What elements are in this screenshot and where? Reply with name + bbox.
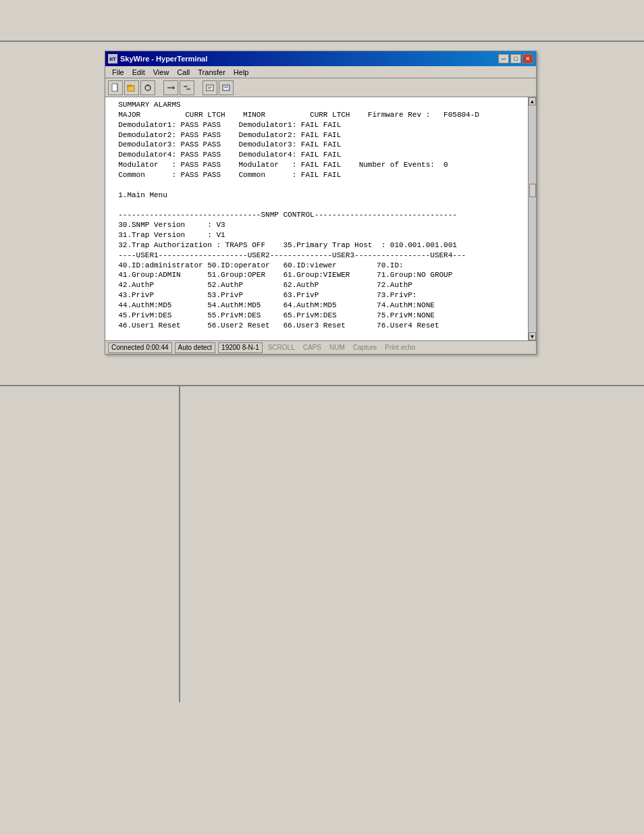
toolbar-separator-1 [158,81,161,95]
connected-status: Connected 0:00:44 [108,342,172,353]
maximize-button[interactable]: □ [510,54,521,63]
minimize-button[interactable]: ─ [498,54,509,63]
scroll-up-button[interactable]: ▲ [529,97,536,105]
scroll-thumb[interactable] [529,184,536,197]
toolbar-separator-2 [197,81,200,95]
menu-help[interactable]: Help [230,66,253,78]
close-button[interactable]: ✕ [522,54,533,63]
terminal-area: SUMMARY ALARMS MAJOR CURR LTCH MINOR CUR… [105,97,528,340]
properties-button[interactable] [140,80,155,95]
svg-marker-6 [173,86,175,90]
menu-bar: File Edit View Call Transfer Help [105,66,536,78]
baud-status: 19200 8-N-1 [218,342,263,353]
title-bar-left: HT SkyWire - HyperTerminal [108,54,207,63]
bottom-divider [0,385,644,386]
scroll-indicator: SCROLL [265,342,298,353]
menu-transfer[interactable]: Transfer [194,66,230,78]
open-button[interactable] [124,80,139,95]
caps-indicator: CAPS [300,342,324,353]
toolbar [105,78,536,97]
detect-status: Auto detect [175,342,216,353]
menu-view[interactable]: View [149,66,173,78]
window-title: SkyWire - HyperTerminal [120,55,207,63]
svg-rect-10 [207,85,213,90]
capture-status: Capture [350,342,380,353]
title-bar: HT SkyWire - HyperTerminal ─ □ ✕ [105,51,536,66]
disconnect-button[interactable] [180,80,194,95]
connect-button[interactable] [163,80,178,95]
svg-rect-13 [223,85,230,90]
hyperterminal-window: HT SkyWire - HyperTerminal ─ □ ✕ File Ed… [105,51,537,355]
top-divider [0,41,644,42]
vertical-divider [179,385,180,702]
menu-edit[interactable]: Edit [128,66,149,78]
new-button[interactable] [108,80,123,95]
terminal-content: SUMMARY ALARMS MAJOR CURR LTCH MINOR CUR… [109,100,524,340]
send-button[interactable] [203,80,217,95]
status-bar: Connected 0:00:44 Auto detect 19200 8-N-… [105,340,536,354]
svg-rect-0 [112,84,117,91]
print-echo-status: Print echo [382,342,418,353]
menu-call[interactable]: Call [173,66,194,78]
scroll-down-button[interactable]: ▼ [529,332,536,340]
num-indicator: NUM [327,342,348,353]
scrollbar[interactable]: ▲ ▼ [528,97,536,340]
menu-file[interactable]: File [108,66,128,78]
svg-rect-2 [128,85,131,86]
title-buttons: ─ □ ✕ [498,54,533,63]
receive-button[interactable] [219,80,234,95]
app-icon: HT [108,54,117,63]
